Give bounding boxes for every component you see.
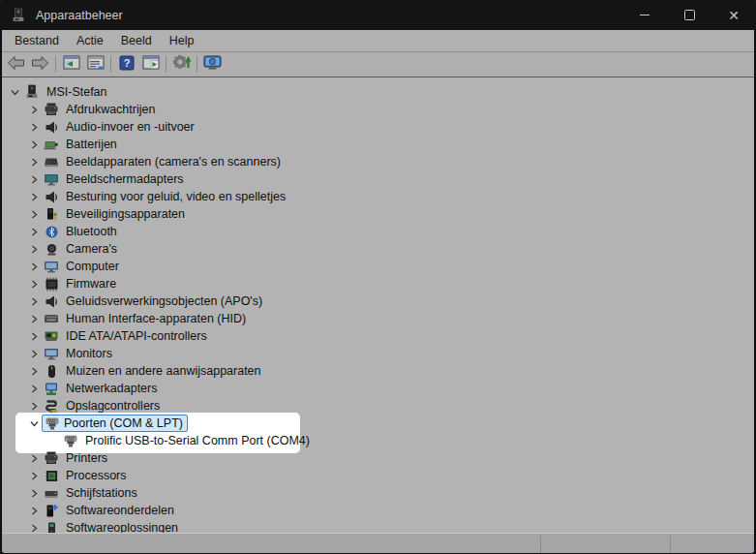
tree-item-label[interactable]: Prolific USB-to-Serial Comm Port (COM4)	[82, 433, 313, 448]
chevron-right-icon[interactable]	[25, 101, 43, 118]
tree-item[interactable]: Opslagcontrollers	[2, 397, 754, 415]
menu-beeld[interactable]: Beeld	[112, 30, 161, 51]
tree-item-label[interactable]: Poorten (COM & LPT)	[63, 416, 184, 430]
chevron-right-icon[interactable]	[25, 484, 43, 502]
tree-item[interactable]: Human Interface-apparaten (HID)	[2, 310, 754, 327]
tree-item[interactable]: Beveiligingsapparaten	[2, 205, 754, 223]
maximize-icon	[684, 10, 695, 20]
tree-item-label[interactable]: MSI-Stefan	[44, 84, 110, 100]
chevron-right-icon[interactable]	[25, 380, 43, 397]
menu-actie[interactable]: Actie	[68, 30, 112, 51]
display-adapter-icon	[43, 171, 60, 187]
tree-item-label[interactable]: Camera's	[63, 241, 120, 257]
tree-item-label[interactable]: Besturing voor geluid, video en spelletj…	[63, 189, 288, 204]
tree-item-label[interactable]: Softwareoplossingen	[63, 520, 181, 533]
tree-item-label[interactable]: Audio-invoer en -uitvoer	[63, 119, 197, 135]
remote-computer-button[interactable]	[200, 54, 225, 76]
chevron-right-icon[interactable]	[25, 449, 43, 467]
tree-item[interactable]: Afdrukwachtrijen	[2, 101, 754, 118]
tree-item-label[interactable]: Computer	[63, 259, 122, 274]
chevron-right-icon[interactable]	[25, 292, 43, 310]
chevron-right-icon[interactable]	[25, 153, 43, 170]
tree-item[interactable]: Computer	[2, 258, 754, 275]
tree-item-label[interactable]: Monitors	[63, 346, 115, 361]
tree-item[interactable]: Softwareonderdelen	[2, 502, 754, 519]
chevron-right-icon[interactable]	[25, 240, 43, 258]
tree-item-label[interactable]: Opslagcontrollers	[63, 398, 163, 414]
tree-item-label[interactable]: Netwerkadapters	[63, 381, 161, 396]
menu-bestand[interactable]: Bestand	[6, 30, 68, 51]
security-device-icon	[43, 206, 60, 222]
tree-item-label[interactable]: Geluidsverwerkingsobjecten (APO's)	[63, 293, 265, 309]
tree-item[interactable]: Printers	[2, 449, 754, 467]
chevron-right-icon[interactable]	[25, 188, 43, 205]
tree-item[interactable]: Processors	[2, 467, 754, 484]
chevron-right-icon[interactable]	[25, 519, 43, 533]
tree-item-label[interactable]: Human Interface-apparaten (HID)	[63, 311, 249, 326]
printer-icon	[43, 102, 60, 117]
tree-item-label[interactable]: Beeldschermadapters	[63, 171, 187, 187]
tree-item[interactable]: Bluetooth	[2, 223, 754, 240]
tree-item[interactable]: Poorten (COM & LPT)	[2, 415, 754, 432]
tree-item-label[interactable]: Softwareonderdelen	[63, 503, 177, 518]
tree-item[interactable]: Beeldschermadapters	[2, 170, 754, 188]
action-pane-button[interactable]	[138, 54, 163, 76]
help-button[interactable]: ?	[114, 54, 138, 76]
tree-item[interactable]: Monitors	[2, 345, 754, 362]
chevron-down-icon[interactable]	[25, 415, 43, 432]
chevron-right-icon[interactable]	[25, 362, 43, 380]
tree-item-label[interactable]: Firmware	[63, 276, 119, 292]
chevron-right-icon[interactable]	[25, 136, 43, 153]
tree-item[interactable]: IDE ATA/ATAPI-controllers	[2, 327, 754, 345]
tree-item[interactable]: Camera's	[2, 240, 754, 258]
chevron-down-icon[interactable]	[6, 83, 23, 101]
chevron-right-icon[interactable]	[25, 223, 43, 240]
tree-item[interactable]: Netwerkadapters	[2, 380, 754, 397]
tree-item[interactable]: Schijfstations	[2, 484, 754, 502]
forward-button[interactable]	[28, 54, 52, 76]
close-button[interactable]: ✕	[711, 0, 756, 30]
chevron-right-icon[interactable]	[25, 345, 43, 362]
speaker-icon	[43, 189, 60, 204]
tree-item[interactable]: Audio-invoer en -uitvoer	[2, 118, 754, 136]
tree-item-label[interactable]: Afdrukwachtrijen	[63, 102, 158, 117]
chevron-right-icon[interactable]	[25, 310, 43, 327]
tree-item-label[interactable]: IDE ATA/ATAPI-controllers	[63, 328, 210, 344]
properties-button[interactable]	[83, 54, 107, 76]
back-button[interactable]	[4, 54, 28, 76]
chevron-right-icon[interactable]	[25, 118, 43, 136]
tree-item[interactable]: Prolific USB-to-Serial Comm Port (COM4)	[2, 432, 754, 449]
show-console-tree-button[interactable]	[59, 54, 83, 76]
chevron-right-icon[interactable]	[25, 205, 43, 223]
minimize-button[interactable]	[622, 0, 667, 30]
tree-item-label[interactable]: Processors	[63, 468, 130, 483]
tree-item[interactable]: Softwareoplossingen	[2, 519, 754, 533]
tree-item[interactable]: Muizen en andere aanwijsapparaten	[2, 362, 754, 380]
tree-item[interactable]: Beeldapparaten (camera's en scanners)	[2, 153, 754, 170]
tree-item[interactable]: Firmware	[2, 275, 754, 292]
chevron-right-icon[interactable]	[25, 502, 43, 519]
tree-item-label[interactable]: Beveiligingsapparaten	[63, 206, 188, 222]
maximize-button[interactable]	[667, 0, 711, 30]
selected-tree-item[interactable]: Poorten (COM & LPT)	[42, 415, 188, 432]
tree-item[interactable]: Besturing voor geluid, video en spelletj…	[2, 188, 754, 205]
chevron-right-icon[interactable]	[25, 170, 43, 188]
tree-item[interactable]: Batterijen	[2, 136, 754, 153]
chevron-right-icon[interactable]	[25, 467, 43, 484]
tree-item[interactable]: MSI-Stefan	[2, 83, 754, 101]
chevron-right-icon[interactable]	[25, 327, 43, 345]
scan-hardware-changes-button[interactable]	[169, 54, 194, 76]
tree-item-label[interactable]: Beeldapparaten (camera's en scanners)	[63, 154, 284, 169]
software-device-icon	[43, 520, 60, 533]
chevron-right-icon[interactable]	[25, 397, 43, 415]
tree-item-label[interactable]: Printers	[63, 450, 110, 466]
tree-item-label[interactable]: Schijfstations	[63, 485, 140, 501]
tree-item-label[interactable]: Batterijen	[63, 137, 120, 152]
menu-help[interactable]: Help	[161, 30, 203, 51]
chevron-right-icon[interactable]	[25, 258, 43, 275]
tree-item[interactable]: Geluidsverwerkingsobjecten (APO's)	[2, 292, 754, 310]
tree-item-label[interactable]: Muizen en andere aanwijsapparaten	[63, 363, 264, 379]
chevron-right-icon[interactable]	[25, 275, 43, 292]
tree-item-label[interactable]: Bluetooth	[63, 224, 120, 239]
close-icon: ✕	[728, 8, 740, 23]
